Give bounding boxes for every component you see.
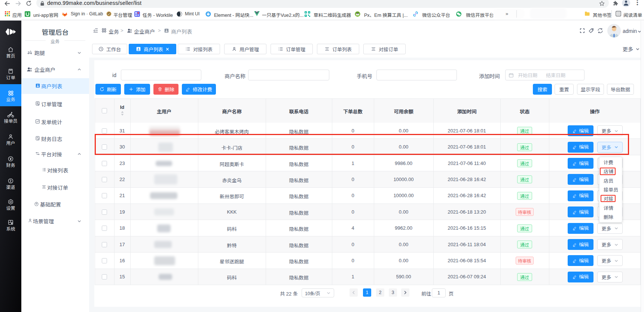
svg-text:</>: </> — [356, 13, 359, 15]
